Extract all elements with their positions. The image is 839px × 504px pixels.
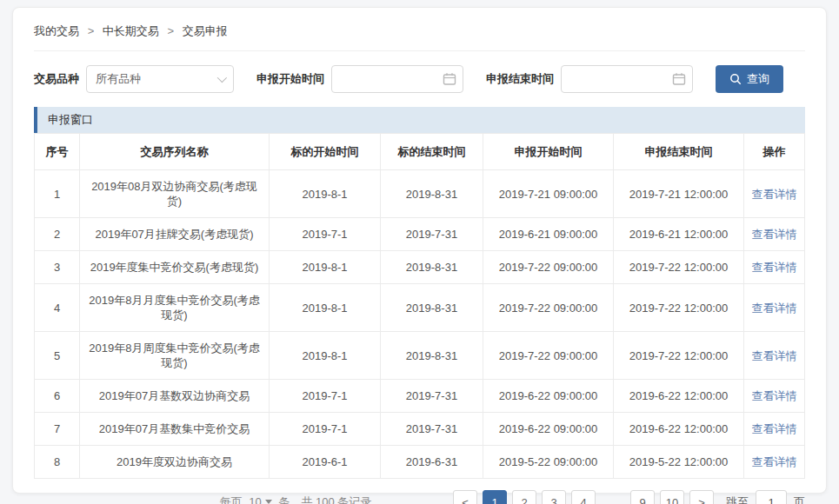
cell-series-name: 2019年07月挂牌交易(考虑现货) — [80, 218, 270, 251]
breadcrumb-mid-long-term[interactable]: 中长期交易 — [103, 24, 159, 37]
cell-target-end: 2019-7-31 — [381, 413, 483, 446]
per-page-control: 每页 10 条，共 100 条记录 — [34, 494, 453, 504]
query-button-label: 查询 — [747, 71, 769, 87]
jump-unit-label: 页 — [794, 494, 805, 504]
cell-target-start: 2019-8-1 — [270, 170, 381, 218]
page-button[interactable]: 10 — [660, 490, 684, 504]
header-target-start: 标的开始时间 — [270, 134, 381, 170]
query-button[interactable]: 查询 — [716, 65, 783, 93]
cell-target-end: 2019-8-31 — [381, 170, 483, 218]
cell-index: 6 — [35, 380, 80, 413]
cell-declare-end: 2019-5-22 12:00:00 — [614, 446, 744, 479]
caret-down-icon — [265, 500, 272, 504]
cell-action: 查看详情 — [744, 446, 805, 479]
cell-index: 4 — [35, 284, 80, 332]
cell-declare-start: 2019-6-22 09:00:00 — [483, 413, 614, 446]
header-declare-end: 申报结束时间 — [614, 134, 744, 170]
cell-index: 3 — [35, 251, 80, 284]
view-detail-link[interactable]: 查看详情 — [752, 261, 797, 274]
cell-target-start: 2019-7-1 — [270, 380, 381, 413]
declare-end-field — [561, 65, 693, 93]
cell-index: 2 — [35, 218, 80, 251]
cell-series-name: 2019年07月基数集中竞价交易 — [80, 413, 270, 446]
cell-target-end: 2019-7-31 — [381, 218, 483, 251]
cell-action: 查看详情 — [744, 284, 805, 332]
cell-declare-start: 2019-7-22 09:00:00 — [483, 251, 614, 284]
cell-declare-end: 2019-7-21 12:00:00 — [614, 170, 744, 218]
cell-series-name: 2019年度双边协商交易 — [80, 446, 270, 479]
view-detail-link[interactable]: 查看详情 — [752, 349, 797, 362]
cell-declare-start: 2019-7-22 09:00:00 — [483, 332, 614, 380]
table-row: 8 2019年度双边协商交易 2019-6-1 2019-6-31 2019-5… — [35, 446, 805, 479]
cell-declare-end: 2019-6-21 12:00:00 — [614, 218, 744, 251]
product-type-selected-value: 所有品种 — [96, 71, 141, 87]
cell-series-name: 2019年8月周度集中竞价交易(考虑现货) — [80, 332, 270, 380]
page-button[interactable]: 1 — [483, 490, 507, 504]
cell-declare-end: 2019-7-22 12:00:00 — [614, 284, 744, 332]
records-count-label: 条，共 100 条记录 — [278, 495, 371, 504]
search-icon — [729, 73, 742, 85]
view-detail-link[interactable]: 查看详情 — [752, 228, 797, 241]
cell-declare-end: 2019-6-22 12:00:00 — [614, 413, 744, 446]
section-title-declare-window: 申报窗口 — [34, 107, 805, 133]
table-row: 6 2019年07月基数双边协商交易 2019-7-1 2019-7-31 20… — [35, 380, 805, 413]
cell-declare-start: 2019-7-22 09:00:00 — [483, 284, 614, 332]
table-row: 2 2019年07月挂牌交易(考虑现货) 2019-7-1 2019-7-31 … — [35, 218, 805, 251]
cell-index: 1 — [35, 170, 80, 218]
breadcrumb: 我的交易 > 中长期交易 > 交易申报 — [34, 23, 805, 51]
cell-declare-end: 2019-7-22 12:00:00 — [614, 332, 744, 380]
page-next-button[interactable]: > — [689, 490, 714, 504]
cell-series-name: 2019年度集中竞价交易(考虑现货) — [80, 251, 270, 284]
breadcrumb-separator: > — [88, 24, 95, 37]
per-page-select[interactable]: 10 — [249, 495, 271, 504]
cell-target-end: 2019-8-31 — [381, 332, 483, 380]
header-action: 操作 — [744, 134, 805, 170]
header-declare-start: 申报开始时间 — [483, 134, 614, 170]
calendar-icon[interactable] — [672, 72, 686, 86]
per-page-value: 10 — [249, 495, 261, 504]
table-row: 7 2019年07月基数集中竞价交易 2019-7-1 2019-7-31 20… — [35, 413, 805, 446]
product-type-label: 交易品种 — [34, 71, 79, 87]
product-type-select[interactable]: 所有品种 — [86, 65, 234, 93]
cell-index: 8 — [35, 446, 80, 479]
cell-target-start: 2019-8-1 — [270, 284, 381, 332]
cell-action: 查看详情 — [744, 251, 805, 284]
cell-series-name: 2019年08月双边协商交易(考虑现货) — [80, 170, 270, 218]
view-detail-link[interactable]: 查看详情 — [752, 302, 797, 315]
table-row: 1 2019年08月双边协商交易(考虑现货) 2019-8-1 2019-8-3… — [35, 170, 805, 218]
calendar-icon[interactable] — [443, 72, 456, 86]
page-ellipsis: ... — [601, 490, 625, 504]
cell-series-name: 2019年07月基数双边协商交易 — [80, 380, 270, 413]
cell-declare-end: 2019-7-22 12:00:00 — [614, 251, 744, 284]
cell-series-name: 2019年8月月度集中竞价交易(考虑现货) — [80, 284, 270, 332]
cell-action: 查看详情 — [744, 218, 805, 251]
cell-action: 查看详情 — [744, 413, 805, 446]
breadcrumb-my-trades[interactable]: 我的交易 — [34, 24, 79, 37]
declare-end-label: 申报结束时间 — [486, 71, 554, 87]
page-prev-button[interactable]: < — [453, 490, 477, 504]
jump-label: 跳至 — [726, 494, 749, 504]
page-button[interactable]: 9 — [630, 490, 655, 504]
cell-target-end: 2019-7-31 — [381, 380, 483, 413]
breadcrumb-separator: > — [167, 24, 174, 37]
table-header-row: 序号 交易序列名称 标的开始时间 标的结束时间 申报开始时间 申报结束时间 操作 — [35, 134, 805, 170]
jump-page-input[interactable] — [756, 490, 787, 504]
view-detail-link[interactable]: 查看详情 — [752, 455, 797, 468]
view-detail-link[interactable]: 查看详情 — [752, 389, 797, 402]
cell-declare-start: 2019-5-22 09:00:00 — [483, 446, 614, 479]
page-button[interactable]: 4 — [571, 490, 596, 504]
view-detail-link[interactable]: 查看详情 — [752, 188, 797, 201]
cell-target-start: 2019-7-1 — [270, 413, 381, 446]
table-row: 3 2019年度集中竞价交易(考虑现货) 2019-8-1 2019-8-31 … — [35, 251, 805, 284]
jump-to-page: 跳至 页 — [726, 490, 805, 504]
cell-action: 查看详情 — [744, 170, 805, 218]
declare-start-label: 申报开始时间 — [256, 71, 324, 87]
view-detail-link[interactable]: 查看详情 — [752, 422, 797, 435]
page-button[interactable]: 2 — [512, 490, 536, 504]
trade-declare-panel: 我的交易 > 中长期交易 > 交易申报 交易品种 所有品种 申报开始时间 申报结… — [12, 7, 827, 494]
declare-window-table: 序号 交易序列名称 标的开始时间 标的结束时间 申报开始时间 申报结束时间 操作… — [34, 133, 805, 479]
cell-declare-end: 2019-6-22 12:00:00 — [614, 380, 744, 413]
cell-target-end: 2019-6-31 — [381, 446, 483, 479]
page-button[interactable]: 3 — [542, 490, 566, 504]
cell-declare-start: 2019-6-22 09:00:00 — [483, 380, 614, 413]
